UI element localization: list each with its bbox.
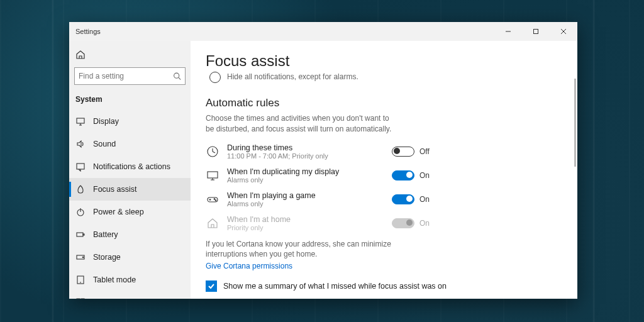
titlebar: Settings [69, 22, 577, 41]
toggle-gaming[interactable] [392, 194, 414, 204]
sidebar-item-display[interactable]: Display [69, 110, 191, 133]
home-rule-icon [206, 216, 219, 230]
nav-label: Tablet mode [93, 275, 136, 284]
checkbox-icon [206, 280, 217, 292]
summary-checkbox-row[interactable]: Show me a summary of what I missed while… [206, 280, 562, 292]
sidebar-item-storage[interactable]: Storage [69, 246, 191, 269]
sidebar-item-multitasking[interactable]: Multitasking [69, 291, 191, 299]
nav-label: Sound [93, 140, 116, 148]
battery-icon [75, 230, 86, 240]
nav-label: Battery [93, 230, 118, 239]
home-icon [75, 50, 86, 60]
rule-duplicating-display[interactable]: When I'm duplicating my display Alarms o… [206, 167, 432, 184]
toggle-label: On [419, 219, 432, 228]
focus-assist-icon [75, 184, 86, 194]
svg-rect-6 [77, 118, 84, 123]
page-title: Focus assist [206, 52, 562, 70]
sidebar-item-focus-assist[interactable]: Focus assist [69, 178, 191, 201]
sidebar-item-power[interactable]: Power & sleep [69, 201, 191, 223]
notifications-icon [75, 162, 86, 172]
sidebar: System Display Sound Notifications & act… [69, 41, 191, 299]
nav-label: Power & sleep [93, 208, 144, 216]
monitor-icon [206, 169, 219, 182]
sidebar-item-battery[interactable]: Battery [69, 223, 191, 246]
radio-icon [209, 72, 221, 83]
sidebar-item-tablet[interactable]: Tablet mode [69, 269, 191, 291]
nav-list: Display Sound Notifications & actions Fo… [69, 110, 191, 299]
svg-rect-31 [208, 172, 218, 178]
nav-label: Storage [93, 253, 121, 262]
svg-line-5 [179, 77, 180, 79]
cortana-permissions-link[interactable]: Give Cortana permissions [206, 262, 292, 270]
automatic-rules-description: Choose the times and activities when you… [206, 113, 394, 135]
nav-label: Multitasking [93, 298, 135, 299]
clock-icon [206, 145, 219, 158]
sidebar-item-sound[interactable]: Sound [69, 133, 191, 155]
window-body: System Display Sound Notifications & act… [69, 41, 577, 299]
svg-rect-1 [534, 30, 538, 34]
toggle-label: On [419, 195, 432, 204]
svg-point-4 [174, 73, 179, 78]
titlebar-controls [494, 22, 577, 41]
automatic-rules-title: Automatic rules [206, 97, 562, 109]
settings-window: Settings System Display [69, 22, 577, 299]
tablet-icon [75, 275, 86, 285]
toggle-during-times[interactable] [392, 147, 414, 157]
toggle-label: Off [419, 147, 432, 156]
gamepad-icon [206, 192, 219, 206]
toggle-duplicating[interactable] [392, 170, 414, 180]
sidebar-item-notifications[interactable]: Notifications & actions [69, 155, 191, 178]
rule-title: During these times [227, 143, 392, 152]
display-icon [75, 116, 86, 126]
rule-playing-game[interactable]: When I'm playing a game Alarms only On [206, 191, 432, 208]
svg-rect-13 [83, 234, 84, 235]
search-input[interactable] [79, 72, 173, 80]
search-icon [173, 72, 181, 80]
toggle-home [392, 218, 414, 228]
svg-point-15 [82, 257, 84, 258]
svg-rect-9 [77, 164, 84, 169]
close-button[interactable] [550, 22, 577, 41]
alarms-only-description: Hide all notifications, except for alarm… [227, 72, 358, 81]
sound-icon [75, 139, 86, 149]
nav-label: Focus assist [93, 185, 136, 194]
storage-icon [75, 252, 86, 262]
toggle-label: On [419, 171, 432, 180]
rule-at-home: When I'm at home Priority only On [206, 215, 432, 231]
svg-rect-12 [77, 233, 83, 236]
power-icon [75, 207, 86, 217]
scrollbar[interactable] [574, 79, 576, 167]
cortana-note: If you let Cortana know your address, sh… [206, 239, 394, 260]
section-label: System [69, 91, 191, 110]
home-button[interactable] [69, 47, 191, 67]
rule-title: When I'm at home [227, 215, 392, 224]
rule-title: When I'm playing a game [227, 191, 392, 200]
svg-point-38 [215, 199, 216, 201]
rule-sub: 11:00 PM - 7:00 AM; Priority only [227, 152, 392, 160]
rule-sub: Priority only [227, 224, 392, 231]
rule-title: When I'm duplicating my display [227, 167, 392, 176]
maximize-button[interactable] [522, 22, 550, 41]
svg-point-37 [214, 198, 215, 199]
svg-line-30 [213, 152, 215, 153]
summary-checkbox-label: Show me a summary of what I missed while… [223, 282, 447, 291]
multitasking-icon [75, 297, 86, 299]
minimize-button[interactable] [494, 22, 522, 41]
search-box[interactable] [74, 67, 186, 85]
nav-label: Notifications & actions [93, 162, 170, 171]
rule-sub: Alarms only [227, 176, 392, 184]
search-wrap [69, 67, 191, 91]
alarms-only-radio[interactable]: Hide all notifications, except for alarm… [209, 74, 562, 86]
content: Focus assist Hide all notifications, exc… [191, 41, 577, 299]
window-title: Settings [69, 28, 494, 35]
rule-sub: Alarms only [227, 200, 392, 208]
nav-label: Display [93, 117, 119, 126]
rule-during-times[interactable]: During these times 11:00 PM - 7:00 AM; P… [206, 143, 432, 160]
